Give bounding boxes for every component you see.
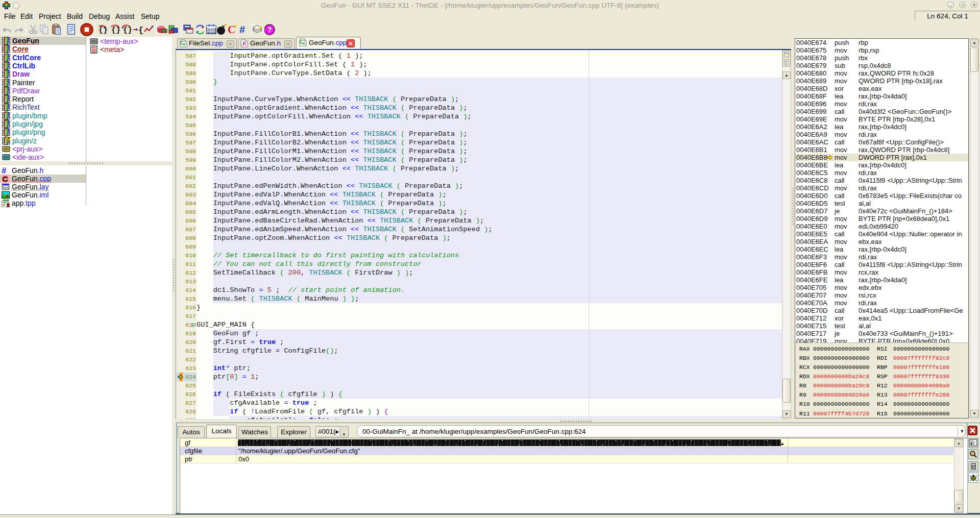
svg-text:{}: {} bbox=[123, 26, 132, 35]
svg-text:.h: .h bbox=[241, 41, 246, 46]
svg-text:{}: {} bbox=[99, 26, 108, 35]
svg-text:C: C bbox=[228, 23, 235, 36]
svg-text:#: # bbox=[239, 24, 245, 35]
svg-text:#: # bbox=[183, 42, 186, 47]
svg-text:?: ? bbox=[267, 26, 272, 34]
svg-text:#: # bbox=[303, 41, 305, 46]
svg-text:C: C bbox=[3, 175, 8, 183]
svg-text:F: F bbox=[8, 137, 10, 140]
svg-text:#: # bbox=[2, 166, 7, 175]
svg-text:?: ? bbox=[258, 25, 261, 32]
